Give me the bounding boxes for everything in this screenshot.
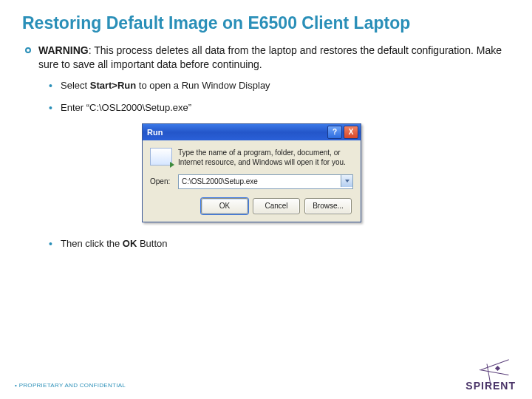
warning-item: WARNING: This process deletes all data f… (38, 44, 510, 250)
step-then-ok: OK (123, 238, 137, 249)
run-dialog: Run ? X Type the name of a program, fold… (142, 123, 361, 222)
slide-title: Restoring Default Image on E6500 Client … (22, 13, 510, 33)
warning-label: WARNING (38, 44, 89, 56)
run-icon (150, 148, 172, 166)
browse-button[interactable]: Browse... (304, 198, 352, 214)
step-select-path: Start>Run (90, 80, 136, 91)
logo-text: SPIRENT (466, 380, 516, 392)
open-input[interactable]: C:\OSL2000\Setup.exe (178, 174, 353, 189)
run-message: Type the name of a program, folder, docu… (178, 148, 353, 167)
dropdown-button[interactable] (341, 175, 352, 187)
warning-text: : This process deletes all data from the… (38, 44, 502, 70)
open-label: Open: (150, 177, 178, 187)
help-button[interactable]: ? (327, 126, 342, 139)
ok-button[interactable]: OK (201, 198, 248, 214)
step-select: Select Start>Run to open a Run Window Di… (61, 79, 510, 92)
run-titlebar[interactable]: Run ? X (143, 124, 361, 140)
cancel-button[interactable]: Cancel (253, 198, 300, 214)
footer-text: • PROPRIETARY AND CONFIDENTIAL (15, 382, 126, 389)
step-then: Then click the OK Button (61, 237, 510, 250)
open-value: C:\OSL2000\Setup.exe (182, 177, 258, 187)
step-enter: Enter “C:\OSL2000\Setup.exe” (61, 101, 510, 115)
logo-star-icon (474, 361, 508, 378)
spirent-logo: SPIRENT (466, 361, 516, 392)
run-title: Run (147, 127, 326, 138)
close-button[interactable]: X (344, 126, 358, 139)
